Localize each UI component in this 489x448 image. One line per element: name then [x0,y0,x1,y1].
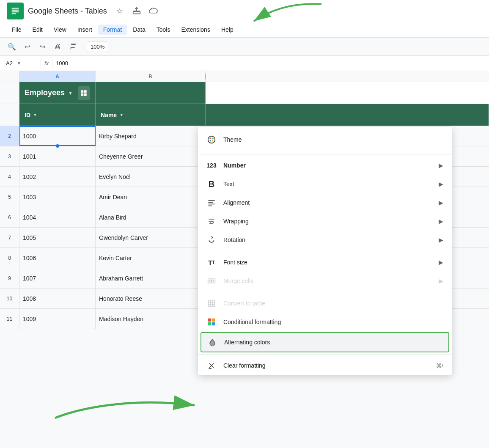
svg-rect-4 [11,13,16,14]
table-name: Employees [25,88,65,97]
menu-item-alternating-colors[interactable]: Alternating colors [201,332,449,352]
row-num-11[interactable]: 11 [0,309,19,329]
col-header-a[interactable]: A [19,71,96,82]
alignment-label: Alignment [223,199,432,206]
menu-file[interactable]: File [7,25,27,35]
theme-label: Theme [223,136,443,143]
format-dropdown-menu: Theme 123 Number ▶ B Text ▶ [198,127,452,375]
merge-cells-icon [206,276,217,286]
cell-a2[interactable]: 1000 [19,126,96,146]
menu-bar: File Edit View Insert Format Data Tools … [0,22,489,37]
menu-item-wrapping[interactable]: Wrapping ▶ [198,212,452,231]
menu-item-font-size[interactable]: TT Font size ▶ [198,253,452,272]
theme-icon [206,135,217,145]
menu-help[interactable]: Help [216,25,239,35]
menu-extensions[interactable]: Extensions [176,25,215,35]
row-num-5[interactable]: 5 [0,187,19,207]
menu-item-clear-formatting[interactable]: Clear formatting ⌘\ [198,356,452,375]
col-extra-header [206,104,489,126]
cell-a7[interactable]: 1005 [19,228,96,247]
row-num-9[interactable]: 9 [0,268,19,288]
search-button[interactable]: 🔍 [5,40,19,53]
row-num-header [0,104,19,126]
menu-insert[interactable]: Insert [72,25,97,35]
svg-point-12 [209,137,211,139]
formula-bar-divider-2 [52,59,52,68]
menu-view[interactable]: View [49,25,71,35]
menu-data[interactable]: Data [128,25,151,35]
merge-cells-arrow: ▶ [439,278,443,284]
alternating-colors-icon [207,337,217,347]
cell-b3[interactable]: Cheyenne Greer [96,146,206,166]
rotation-label: Rotation [223,236,432,243]
cell-b11[interactable]: Madison Hayden [96,309,206,329]
menu-item-merge-cells[interactable]: Merge cells ▶ [198,272,452,290]
row-num-2[interactable]: 2 [0,126,19,146]
menu-item-convert-table[interactable]: Convert to table [198,294,452,313]
text-label: Text [223,181,432,187]
cell-b4[interactable]: Evelyn Noel [96,167,206,187]
title-bar: Google Sheets - Tables ☆ [0,0,489,22]
menu-divider-2 [198,251,452,251]
cloud-icon[interactable] [147,4,160,18]
menu-item-alignment[interactable]: Alignment ▶ [198,193,452,212]
svg-rect-16 [209,200,215,201]
font-size-label: Font size [223,259,432,266]
row-num-8[interactable]: 8 [0,248,19,268]
redo-button[interactable]: ↪ [36,40,49,53]
undo-button[interactable]: ↩ [20,40,34,53]
cell-a5[interactable]: 1003 [19,187,96,207]
alternating-colors-label: Alternating colors [224,339,442,346]
cell-a11[interactable]: 1009 [19,309,96,329]
table-name-dropdown-icon[interactable]: ▼ [68,91,73,96]
menu-item-conditional-formatting[interactable]: Conditional formatting [198,313,452,331]
svg-rect-9 [81,93,84,96]
cell-b8[interactable]: Kevin Carter [96,248,206,268]
cell-a8[interactable]: 1006 [19,248,96,268]
star-icon[interactable]: ☆ [113,4,126,18]
cell-a4[interactable]: 1002 [19,167,96,187]
save-to-drive-icon[interactable] [130,4,143,18]
fx-label: fx [44,60,49,66]
print-button[interactable]: 🖨 [51,40,64,53]
cell-b7[interactable]: Gwendolyn Carver [96,228,206,247]
menu-edit[interactable]: Edit [27,25,48,35]
cell-a3[interactable]: 1001 [19,146,96,166]
convert-table-label: Convert to table [223,300,443,307]
menu-item-theme[interactable]: Theme [198,130,452,149]
cell-a9[interactable]: 1007 [19,268,96,288]
id-dropdown-icon[interactable]: ▼ [33,113,37,117]
menu-item-number[interactable]: 123 Number ▶ [198,156,452,175]
row-num-7[interactable]: 7 [0,228,19,247]
table-icon-button[interactable] [78,86,90,100]
menu-format[interactable]: Format [98,25,127,35]
col-header-b[interactable]: B [96,71,206,82]
employees-row-rest [206,82,489,104]
col-b-resize[interactable] [205,74,206,80]
cell-b5[interactable]: Amir Dean [96,187,206,207]
menu-item-rotation[interactable]: Rotation ▶ [198,231,452,249]
row-num-4[interactable]: 4 [0,167,19,187]
clear-formatting-shortcut: ⌘\ [436,363,443,369]
cell-b9[interactable]: Abraham Garrett [96,268,206,288]
col-name-header: Name ▼ [96,104,206,126]
cell-a6[interactable]: 1004 [19,207,96,227]
col-id-header: ID ▼ [19,104,96,126]
row-num-10[interactable]: 10 [0,289,19,308]
cell-a10[interactable]: 1008 [19,289,96,308]
col-a-resize[interactable] [93,71,95,82]
menu-item-text[interactable]: B Text ▶ [198,175,452,193]
paint-format-button[interactable] [66,40,80,53]
svg-rect-32 [212,322,215,326]
cell-b10[interactable]: Honorato Reese [96,289,206,308]
row-num-6[interactable]: 6 [0,207,19,227]
menu-tools[interactable]: Tools [151,25,176,35]
name-dropdown-icon[interactable]: ▼ [119,113,124,117]
svg-rect-5 [133,12,140,14]
cell-b2[interactable]: Kirby Shepard [96,126,206,146]
cell-ref-dropdown-icon[interactable]: ▼ [17,61,21,66]
zoom-display[interactable]: 100% [87,41,108,52]
clear-formatting-icon [206,360,217,371]
row-num-3[interactable]: 3 [0,146,19,166]
cell-b6[interactable]: Alana Bird [96,207,206,227]
